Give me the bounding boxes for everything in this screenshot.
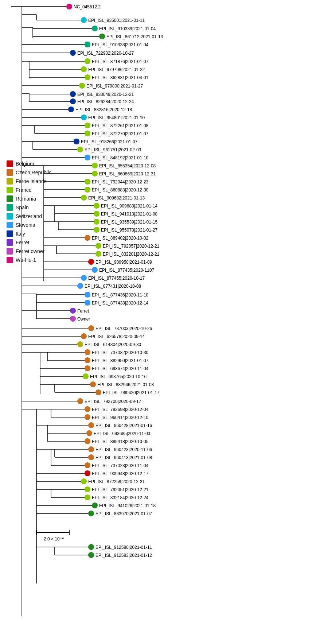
svg-point-147 bbox=[70, 308, 76, 314]
legend-item-italy: Italy bbox=[7, 230, 51, 237]
svg-point-218 bbox=[88, 446, 94, 452]
svg-point-75 bbox=[85, 155, 90, 160]
svg-point-47 bbox=[70, 98, 76, 104]
svg-text:EPI_ISL_832201|2020-12-21: EPI_ISL_832201|2020-12-21 bbox=[103, 252, 160, 257]
svg-point-111 bbox=[85, 235, 90, 241]
svg-text:EPI_ISL_960428|2021-01-16: EPI_ISL_960428|2021-01-16 bbox=[95, 423, 152, 428]
svg-text:EPI_ISL_860883|2020-12-30: EPI_ISL_860883|2020-12-30 bbox=[92, 187, 149, 193]
svg-point-248 bbox=[88, 511, 94, 516]
legend-color-czech bbox=[7, 169, 13, 176]
svg-point-122 bbox=[88, 259, 94, 265]
svg-point-71 bbox=[77, 147, 83, 152]
svg-text:EPI_ISL_960423|2020-11-06: EPI_ISL_960423|2020-11-06 bbox=[95, 447, 152, 452]
svg-text:EPI_ISL_889402|2020-10-02: EPI_ISL_889402|2020-10-02 bbox=[92, 236, 149, 241]
legend-color-ferret bbox=[7, 239, 13, 246]
svg-text:EPI_ISL_872259|2020-12-31: EPI_ISL_872259|2020-12-31 bbox=[88, 479, 145, 484]
svg-text:EPI_ISL_909683|2021-01-14: EPI_ISL_909683|2021-01-14 bbox=[101, 203, 158, 209]
legend-item-ferret: Ferret bbox=[7, 239, 51, 246]
svg-point-35 bbox=[85, 74, 90, 80]
svg-point-211 bbox=[85, 438, 90, 444]
svg-text:EPI_ISL_960413|2021-01-08: EPI_ISL_960413|2021-01-08 bbox=[95, 455, 152, 460]
svg-point-178 bbox=[83, 373, 89, 379]
svg-point-3 bbox=[66, 4, 72, 9]
svg-text:EPI_ISL_693765|2020-10-16: EPI_ISL_693765|2020-10-16 bbox=[90, 374, 147, 379]
svg-point-240 bbox=[85, 494, 90, 500]
svg-text:EPI_ISL_877438|2020-12-14: EPI_ISL_877438|2020-12-14 bbox=[92, 300, 149, 306]
svg-text:EPI_ISL_737003|2020-10-26: EPI_ISL_737003|2020-10-26 bbox=[95, 326, 152, 331]
svg-text:EPI_ISL_883970|2021-01-07: EPI_ISL_883970|2021-01-07 bbox=[95, 511, 152, 516]
legend-item-switzerland: Switzerland bbox=[7, 213, 51, 220]
svg-point-197 bbox=[85, 406, 90, 412]
svg-text:EPI_ISL_918266|2021-01-07: EPI_ISL_918266|2021-01-07 bbox=[81, 139, 138, 144]
svg-text:EPI_ISL_862831|2021-04-01: EPI_ISL_862831|2021-04-01 bbox=[92, 75, 149, 80]
phylogenetic-tree: NC_045512.2 EPI_ISL_935001|2021-01-11 EP… bbox=[0, 0, 328, 644]
svg-point-60 bbox=[85, 123, 90, 128]
legend-label-romania: Romania bbox=[16, 196, 36, 202]
svg-text:EPI_ISL_693674|2020-11-04: EPI_ISL_693674|2020-11-04 bbox=[92, 366, 149, 371]
svg-text:EPI_ISL_935539|2021-01-15: EPI_ISL_935539|2021-01-15 bbox=[101, 220, 158, 225]
legend-item-belgium: Belgium bbox=[7, 160, 51, 167]
svg-text:EPI_ISL_955078|2021-01-27: EPI_ISL_955078|2021-01-27 bbox=[101, 228, 158, 233]
svg-text:EPI_ISL_737023|2020-11-04: EPI_ISL_737023|2020-11-04 bbox=[92, 463, 149, 468]
svg-text:NC_045512.2: NC_045512.2 bbox=[74, 4, 101, 9]
svg-text:EPI_ISL_626578|2020-09-14: EPI_ISL_626578|2020-09-14 bbox=[88, 334, 145, 339]
svg-point-51 bbox=[68, 106, 74, 112]
svg-point-20 bbox=[85, 42, 90, 47]
svg-text:EPI_ISL_979798|2021-01-22: EPI_ISL_979798|2021-01-22 bbox=[88, 67, 145, 72]
legend-color-slovenia bbox=[7, 222, 13, 228]
svg-point-162 bbox=[77, 341, 83, 347]
svg-point-154 bbox=[88, 325, 94, 331]
svg-text:EPI_ISL_960414|2020-12-10: EPI_ISL_960414|2020-12-10 bbox=[92, 415, 149, 420]
svg-text:EPI_ISL_871876|2021-01-07: EPI_ISL_871876|2021-01-07 bbox=[92, 59, 149, 64]
svg-text:EPI_ISL_910339|2021-01-04: EPI_ISL_910339|2021-01-04 bbox=[99, 26, 156, 31]
svg-text:EPI_ISL_912580|2021-01-11: EPI_ISL_912580|2021-01-11 bbox=[95, 545, 152, 550]
legend-label-wu-hu: Wu-Hu-1 bbox=[16, 257, 36, 263]
svg-point-63 bbox=[85, 131, 90, 136]
legend-color-romania bbox=[7, 195, 13, 202]
svg-point-175 bbox=[85, 365, 90, 371]
svg-point-86 bbox=[85, 179, 90, 185]
svg-text:EPI_ISL_722902|2020-10-27: EPI_ISL_722902|2020-10-27 bbox=[77, 51, 134, 56]
svg-point-130 bbox=[81, 275, 87, 281]
legend-item-czech: Czech Republic bbox=[7, 169, 51, 176]
svg-text:EPI_ISL_614304|2020-09-30: EPI_ISL_614304|2020-09-30 bbox=[85, 342, 141, 347]
legend-label-switzerland: Switzerland bbox=[16, 213, 42, 219]
svg-text:EPI_ISL_877436|2020-11-10: EPI_ISL_877436|2020-11-10 bbox=[92, 292, 149, 298]
legend-label-ferret-owner: Ferret owner bbox=[16, 248, 44, 254]
svg-text:EPI_ISL_877455|2020-10-17: EPI_ISL_877455|2020-10-17 bbox=[88, 276, 145, 281]
svg-text:EPI_ISL_960420|2021-01-17: EPI_ISL_960420|2021-01-17 bbox=[103, 390, 160, 395]
svg-text:EPI_ISL_792051|2020-12-21: EPI_ISL_792051|2020-12-21 bbox=[92, 487, 149, 492]
svg-point-208 bbox=[86, 430, 92, 436]
svg-text:EPI_ISL_792700|2020-09-17: EPI_ISL_792700|2020-09-17 bbox=[85, 399, 141, 404]
legend-item-faroe: Faroe Islands bbox=[7, 178, 51, 185]
legend-item-wu-hu: Wu-Hu-1 bbox=[7, 257, 51, 263]
svg-point-83 bbox=[92, 171, 98, 176]
svg-point-221 bbox=[88, 454, 94, 460]
svg-point-32 bbox=[81, 66, 87, 72]
svg-point-260 bbox=[88, 552, 94, 558]
svg-point-244 bbox=[92, 503, 98, 508]
svg-text:EPI_ISL_882950|2021-01-07: EPI_ISL_882950|2021-01-07 bbox=[92, 358, 149, 363]
svg-text:EPI_ISL_909950|2021-01-09: EPI_ISL_909950|2021-01-09 bbox=[95, 260, 152, 265]
svg-text:EPI_ISL_833049|2020-12-21: EPI_ISL_833049|2020-12-21 bbox=[77, 92, 134, 97]
svg-point-116 bbox=[95, 243, 101, 249]
svg-text:EPI_ISL_909948|2020-12-17: EPI_ISL_909948|2020-12-17 bbox=[92, 471, 149, 476]
svg-text:EPI_ISL_737032|2020-10-30: EPI_ISL_737032|2020-10-30 bbox=[92, 350, 149, 355]
svg-point-232 bbox=[81, 478, 87, 484]
svg-text:EPI_ISL_872261|2021-01-08: EPI_ISL_872261|2021-01-08 bbox=[92, 123, 149, 128]
legend-color-belgium bbox=[7, 160, 13, 167]
svg-point-150 bbox=[70, 316, 76, 322]
svg-text:EPI_ISL_872270|2021-01-07: EPI_ISL_872270|2021-01-07 bbox=[92, 131, 149, 136]
svg-text:Owner: Owner bbox=[77, 317, 90, 322]
svg-text:EPI_ISL_848192|2021-01-10: EPI_ISL_848192|2021-01-10 bbox=[92, 155, 149, 160]
legend-label-france: France bbox=[16, 187, 32, 193]
svg-text:EPI_ISL_792044|2020-12-23: EPI_ISL_792044|2020-12-23 bbox=[92, 179, 149, 185]
svg-point-105 bbox=[94, 219, 99, 225]
legend-item-romania: Romania bbox=[7, 195, 51, 202]
svg-point-55 bbox=[81, 115, 87, 120]
svg-point-100 bbox=[94, 211, 99, 217]
svg-text:EPI_ISL_954801|2021-01-10: EPI_ISL_954801|2021-01-10 bbox=[88, 115, 145, 120]
legend-color-switzerland bbox=[7, 213, 13, 220]
svg-text:EPI_ISL_877431|2020-10-08: EPI_ISL_877431|2020-10-08 bbox=[85, 284, 141, 289]
svg-point-24 bbox=[70, 50, 76, 56]
